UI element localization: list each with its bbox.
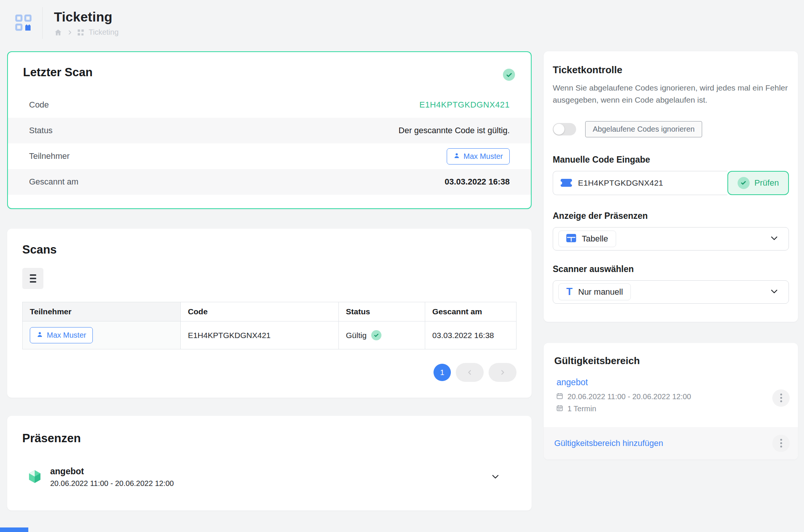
scan-details: Code E1H4KPTGKDGNX421 Status Der gescann… <box>8 92 531 195</box>
app-header: Ticketing Ticketing <box>0 0 804 46</box>
calendar-days-icon <box>556 404 563 413</box>
chevron-down-icon <box>770 287 779 297</box>
pruefen-button[interactable]: Prüfen <box>727 171 789 195</box>
scans-title: Scans <box>22 243 517 257</box>
manual-code-row: Prüfen <box>553 171 789 195</box>
scanner-select-label: Scanner auswählen <box>553 264 789 274</box>
check-icon <box>738 177 750 189</box>
hamburger-icon <box>30 274 36 276</box>
cube-icon <box>28 469 41 485</box>
page: Ticketing Ticketing <box>0 0 804 532</box>
col-teilnehmer: Teilnehmer <box>23 302 181 321</box>
scan-status-value: Der gescannte Code ist gültig. <box>398 126 510 135</box>
chevron-left-icon <box>466 369 473 376</box>
ticketing-grid-icon <box>77 29 84 36</box>
chevron-down-icon <box>770 234 779 244</box>
validity-date-range: 20.06.2022 11:00 - 20.06.2022 12:00 <box>567 392 691 401</box>
add-validity-link[interactable]: Gültigkeitsbereich hinzufügen <box>554 438 663 448</box>
scan-row-status: Status Der gescannte Code ist gültig. <box>8 118 531 143</box>
table-row: Max Muster E1H4KPTGKDGNX421 Gültig <box>23 321 517 349</box>
next-page-button[interactable] <box>489 363 517 382</box>
manual-code-input-wrap <box>553 171 727 195</box>
row-code: E1H4KPTGKDGNX421 <box>180 321 338 349</box>
calendar-icon <box>556 392 563 401</box>
ignore-expired-toggle[interactable] <box>553 123 576 135</box>
table-menu-button[interactable] <box>22 268 43 289</box>
col-status: Status <box>338 302 425 321</box>
letzter-scan-title: Letzter Scan <box>8 66 531 79</box>
col-gescannt-am: Gescannt am <box>425 302 516 321</box>
validity-item-menu-button[interactable] <box>772 389 790 407</box>
prev-page-button[interactable] <box>456 363 484 382</box>
pagination: 1 <box>22 363 517 382</box>
validity-date-row: 20.06.2022 11:00 - 20.06.2022 12:00 <box>556 392 760 401</box>
header-divider <box>42 7 43 39</box>
bottom-widget <box>0 527 28 532</box>
scanner-select[interactable]: T Nur manuell <box>553 280 789 304</box>
validity-item: angebot 20.06.2022 11:00 - 20.06.2022 12… <box>544 377 798 419</box>
text-input-icon: T <box>566 287 573 297</box>
row-gescannt-am: 03.03.2022 16:38 <box>425 321 516 349</box>
praesenzen-card: Präsenzen angebot 20.06.2022 11:00 - 20.… <box>7 416 532 510</box>
manual-code-input[interactable] <box>578 178 720 188</box>
teilnehmer-button[interactable]: Max Muster <box>447 148 510 165</box>
breadcrumb-ticketing[interactable]: Ticketing <box>89 28 118 37</box>
toggle-knob <box>553 124 564 135</box>
ticketkontrolle-card: Ticketkontrolle Wenn Sie abgelaufene Cod… <box>544 51 798 322</box>
col-code: Code <box>180 302 338 321</box>
praesenzen-title: Präsenzen <box>22 432 517 445</box>
main-content: Letzter Scan Code E1H4KPTGKDGNX421 Statu… <box>0 46 804 510</box>
scan-date-value: 03.03.2022 16:38 <box>445 177 510 187</box>
scan-row-teilnehmer: Teilnehmer Max Muster <box>8 143 531 169</box>
gueltigkeitsbereich-card: Gültigkeitsbereich angebot 20.06.2022 11… <box>544 343 798 460</box>
scans-card: Scans Teilnehmer Code Status Gescannt am <box>7 229 532 398</box>
praesenz-name: angebot <box>50 466 174 477</box>
scanner-selected-chip: T Nur manuell <box>558 283 631 300</box>
ignore-expired-row: Abgelaufene Codes ignorieren <box>553 121 789 137</box>
scans-table: Teilnehmer Code Status Gescannt am <box>22 302 517 349</box>
presence-display-select[interactable]: Tabelle <box>553 227 789 251</box>
validity-termine-row: 1 Termin <box>556 404 760 413</box>
kebab-icon <box>780 394 782 395</box>
scan-code-value: E1H4KPTGKDGNX421 <box>420 100 510 110</box>
person-icon <box>453 152 460 161</box>
person-icon <box>37 331 43 340</box>
breadcrumb: Ticketing <box>54 28 118 37</box>
chevron-right-icon <box>67 29 73 35</box>
manual-code-label: Manuelle Code Eingabe <box>553 155 789 165</box>
valid-check-icon <box>503 69 515 81</box>
validity-termine: 1 Termin <box>567 404 596 413</box>
page-1-button[interactable]: 1 <box>434 364 451 381</box>
home-icon[interactable] <box>54 28 62 37</box>
ticket-icon <box>561 179 572 187</box>
app-logo-icon <box>15 14 32 32</box>
ticketkontrolle-title: Ticketkontrolle <box>553 64 789 76</box>
presence-selected-chip: Tabelle <box>558 231 616 247</box>
praesenz-item[interactable]: angebot 20.06.2022 11:00 - 20.06.2022 12… <box>22 466 517 488</box>
validity-footer: Gültigkeitsbereich hinzufügen <box>544 427 798 460</box>
ignore-expired-button[interactable]: Abgelaufene Codes ignorieren <box>585 121 702 137</box>
presence-display-label: Anzeige der Präsenzen <box>553 211 789 221</box>
scan-row-gescannt: Gescannt am 03.03.2022 16:38 <box>8 169 531 195</box>
row-teilnehmer-button[interactable]: Max Muster <box>30 327 93 343</box>
letzter-scan-card: Letzter Scan Code E1H4KPTGKDGNX421 Statu… <box>7 51 532 209</box>
chevron-down-icon[interactable] <box>491 472 500 483</box>
table-header-row: Teilnehmer Code Status Gescannt am <box>23 302 517 321</box>
gueltigkeitsbereich-title: Gültigkeitsbereich <box>544 355 798 367</box>
add-validity-menu-button[interactable] <box>772 435 790 452</box>
valid-check-icon <box>371 330 381 340</box>
kebab-icon <box>780 439 782 441</box>
ticketkontrolle-description: Wenn Sie abgelaufene Codes ignorieren, w… <box>553 82 789 106</box>
row-status: Gültig <box>346 331 367 340</box>
page-title: Ticketing <box>54 9 118 25</box>
scan-row-code: Code E1H4KPTGKDGNX421 <box>8 92 531 118</box>
validity-item-link[interactable]: angebot <box>556 377 588 387</box>
praesenz-date-range: 20.06.2022 11:00 - 20.06.2022 12:00 <box>50 479 174 488</box>
table-icon <box>566 234 576 244</box>
chevron-right-icon <box>499 369 506 376</box>
